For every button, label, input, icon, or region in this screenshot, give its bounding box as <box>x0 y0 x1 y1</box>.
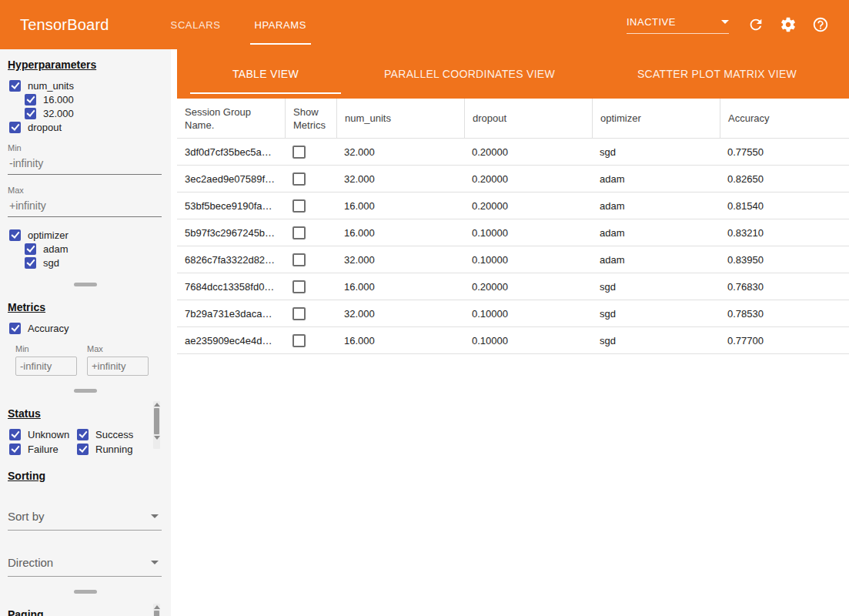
pane-resize-handle[interactable] <box>74 283 97 286</box>
dropout-max-field: Max <box>8 186 162 217</box>
table-row: ae235909ec4e4d… 16.000 0.10000 sgd 0.777… <box>177 327 849 354</box>
status-scrollbar[interactable] <box>153 401 160 449</box>
dropout-checkbox[interactable] <box>9 122 21 133</box>
session-group-name: 7684dcc13358fd0… <box>177 281 285 293</box>
status-success-label: Success <box>95 429 133 440</box>
pane-resize-handle[interactable] <box>74 590 97 594</box>
optimizer-sgd-label: sgd <box>43 257 59 269</box>
help-button[interactable] <box>812 15 831 34</box>
status-running-checkbox[interactable] <box>77 444 89 455</box>
dropout-value: 0.20000 <box>464 200 592 212</box>
col-dropout: dropout <box>464 99 592 138</box>
status-failure-row: Failure <box>9 442 75 456</box>
table-row: 3ec2aed9e07589f… 32.000 0.20000 adam 0.8… <box>177 166 849 192</box>
dropout-value: 0.10000 <box>464 308 592 320</box>
refresh-button[interactable] <box>747 15 766 34</box>
optimizer-adam-checkbox[interactable] <box>25 243 36 255</box>
tensorboard-app: TensorBoard SCALARS HPARAMS INACTIVE <box>0 0 849 616</box>
hparam-value-row: 16.000 <box>25 92 162 106</box>
run-status-dropdown[interactable]: INACTIVE <box>627 16 729 34</box>
sort-by-dropdown[interactable]: Sort by <box>8 510 162 531</box>
num-units-16-label: 16.000 <box>43 94 74 105</box>
optimizer-checkbox[interactable] <box>9 229 21 241</box>
hparam-optimizer-row: optimizer <box>9 228 162 242</box>
dropout-max-input[interactable] <box>8 199 162 217</box>
show-metrics-checkbox[interactable] <box>292 172 306 186</box>
metric-min-field: Min <box>15 344 77 376</box>
caret-down-icon <box>151 561 159 564</box>
accuracy-checkbox[interactable] <box>9 323 21 334</box>
session-group-name: 3df0d7cf35bec5a… <box>177 146 285 158</box>
optimizer-value: adam <box>592 200 720 212</box>
num-units-16-checkbox[interactable] <box>25 94 36 105</box>
status-unknown-row: Unknown <box>9 427 75 441</box>
run-status-label: INACTIVE <box>627 16 676 28</box>
help-icon <box>812 16 829 33</box>
app-title: TensorBoard <box>20 16 109 34</box>
direction-dropdown[interactable]: Direction <box>8 556 162 577</box>
metric-max-label: Max <box>87 344 149 353</box>
tab-hparams[interactable]: HPARAMS <box>238 0 324 49</box>
paging-heading: Paging <box>8 608 162 616</box>
optimizer-value: adam <box>592 173 720 185</box>
tab-parallel-coordinates-view[interactable]: PARALLEL COORDINATES VIEW <box>354 49 585 99</box>
metrics-pane: Metrics Accuracy Min Max <box>0 293 171 382</box>
hparam-num-units-row: num_units <box>9 79 162 92</box>
show-metrics-checkbox[interactable] <box>292 280 306 293</box>
show-metrics-checkbox[interactable] <box>292 199 306 213</box>
show-metrics-checkbox[interactable] <box>292 253 306 266</box>
num-units-value: 32.000 <box>336 146 464 158</box>
settings-button[interactable] <box>780 15 798 34</box>
scroll-up-icon[interactable] <box>154 605 160 609</box>
paging-pane: Paging Number of matching session groups… <box>0 601 171 616</box>
dropout-max-label: Max <box>8 186 162 195</box>
status-running-row: Running <box>77 442 162 456</box>
direction-label: Direction <box>8 556 53 569</box>
metric-min-input[interactable] <box>15 357 77 376</box>
paging-scrollbar[interactable] <box>153 604 160 616</box>
dropout-value: 0.10000 <box>464 227 592 239</box>
scrollbar-thumb[interactable] <box>154 408 159 434</box>
scroll-up-icon[interactable] <box>154 403 160 407</box>
num-units-32-checkbox[interactable] <box>25 108 36 119</box>
accuracy-value: 0.83210 <box>720 227 849 239</box>
status-running-label: Running <box>95 444 132 455</box>
pane-resize-handle[interactable] <box>74 389 97 393</box>
tab-scatter-plot-matrix-view[interactable]: SCATTER PLOT MATRIX VIEW <box>585 49 849 99</box>
optimizer-sgd-checkbox[interactable] <box>25 257 36 269</box>
session-group-name: 6826c7fa3322d82… <box>177 254 285 266</box>
hyperparameters-pane: Hyperparameters num_units 16.000 32.000 … <box>0 51 171 276</box>
table-row: 53bf5bece9190fa… 16.000 0.20000 adam 0.8… <box>177 192 849 219</box>
session-group-name: 3ec2aed9e07589f… <box>177 173 285 185</box>
tab-table-view[interactable]: TABLE VIEW <box>177 49 354 99</box>
scrollbar-thumb[interactable] <box>154 611 159 616</box>
status-unknown-checkbox[interactable] <box>9 429 21 440</box>
num-units-checkbox[interactable] <box>9 80 21 92</box>
show-metrics-checkbox[interactable] <box>292 226 306 239</box>
accuracy-value: 0.82650 <box>720 173 849 185</box>
status-heading: Status <box>8 407 162 420</box>
metrics-heading: Metrics <box>8 301 162 313</box>
status-failure-checkbox[interactable] <box>9 444 21 455</box>
tab-scalars[interactable]: SCALARS <box>154 0 238 49</box>
num-units-value: 16.000 <box>336 200 464 212</box>
accuracy-label: Accuracy <box>28 323 69 334</box>
show-metrics-checkbox[interactable] <box>292 334 306 347</box>
metric-max-input[interactable] <box>87 357 149 376</box>
view-tabs: TABLE VIEW PARALLEL COORDINATES VIEW SCA… <box>177 49 849 99</box>
status-success-checkbox[interactable] <box>77 429 89 440</box>
sort-by-label: Sort by <box>8 510 45 523</box>
dashboard-tabs: SCALARS HPARAMS <box>154 0 323 49</box>
show-metrics-checkbox[interactable] <box>292 146 306 159</box>
sorting-heading: Sorting <box>8 470 162 482</box>
session-groups-table: Session Group Name. Show Metrics num_uni… <box>177 99 849 616</box>
scroll-down-icon[interactable] <box>154 436 160 440</box>
table-row: 3df0d7cf35bec5a… 32.000 0.20000 sgd 0.77… <box>177 139 849 166</box>
accuracy-value: 0.78530 <box>720 308 849 320</box>
hyperparameters-heading: Hyperparameters <box>8 59 162 71</box>
dropout-min-input[interactable] <box>8 157 162 175</box>
dropout-value: 0.20000 <box>464 173 592 185</box>
optimizer-value: sgd <box>592 308 720 320</box>
accuracy-value: 0.76830 <box>720 281 849 293</box>
show-metrics-checkbox[interactable] <box>292 307 306 320</box>
